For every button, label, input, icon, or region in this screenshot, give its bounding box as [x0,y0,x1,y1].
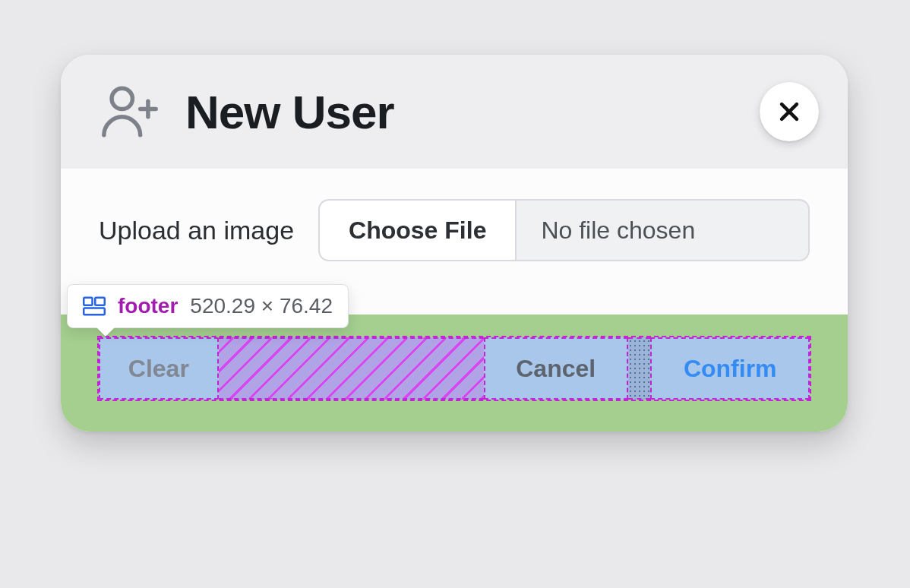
dialog-footer: Clear Cancel Confirm [97,336,811,401]
cancel-button[interactable]: Cancel [484,337,628,400]
upload-label: Upload an image [99,216,294,245]
svg-rect-6 [95,298,105,305]
tooltip-element-name: footer [118,294,178,318]
svg-rect-5 [84,298,92,305]
devtools-tooltip: footer 520.29 × 76.42 [67,284,349,328]
dialog-header: New User [61,55,848,169]
clear-button[interactable]: Clear [99,337,219,400]
svg-point-0 [112,88,132,109]
close-button[interactable] [760,82,819,141]
confirm-button[interactable]: Confirm [650,337,810,400]
tooltip-dimensions: 520.29 × 76.42 [190,294,333,318]
user-plus-icon [99,81,161,143]
dialog-footer-highlight: Clear Cancel Confirm [61,315,848,432]
flex-icon [83,296,106,316]
svg-rect-7 [84,308,105,315]
flex-gap [628,337,651,400]
new-user-dialog: New User Upload an image Choose File No … [61,55,848,432]
file-picker: Choose File No file chosen [318,199,810,261]
close-icon [776,99,802,125]
dialog-title: New User [185,85,394,139]
file-status-text: No file chosen [517,201,808,260]
flex-empty-space [219,337,484,400]
choose-file-button[interactable]: Choose File [320,201,517,260]
